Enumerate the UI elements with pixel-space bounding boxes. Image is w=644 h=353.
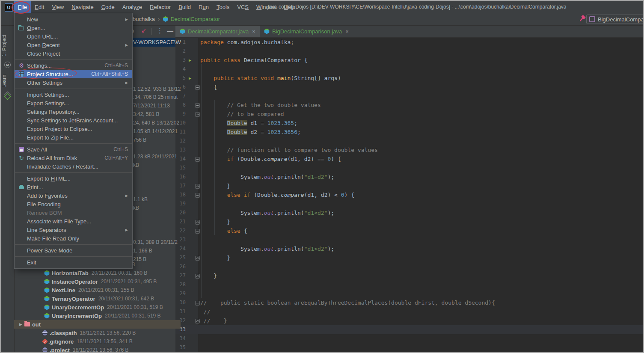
menu-item-project-structure[interactable]: Project Structure...Ctrl+Alt+Shift+S [15, 70, 132, 78]
code-line-22[interactable]: 22 else { [175, 226, 643, 235]
menu-item-open-url[interactable]: Open URL... [15, 32, 132, 41]
code-line-12[interactable]: 12 [175, 136, 643, 145]
menu-item-power-save-mode[interactable]: Power Save Mode [15, 246, 132, 255]
code-line-32[interactable]: 32 // } [175, 316, 643, 325]
expand-arrow-icon[interactable]: ▶ [19, 322, 22, 326]
menu-item-invalidate-caches-restart[interactable]: Invalidate Caches / Restart... [15, 162, 132, 171]
code-line-30[interactable]: 30// public static boolean areEqualByThr… [175, 298, 643, 307]
menu-item-sync-settings-to-jetbrains-account[interactable]: Sync Settings to JetBrains Account... [15, 116, 132, 125]
menu-item-export-to-html[interactable]: Export to HTML... [15, 174, 132, 183]
menu-item-export-project-to-eclipse[interactable]: Export Project to Eclipse... [15, 125, 132, 133]
menu-item-settings-repository[interactable]: Settings Repository... [15, 107, 132, 116]
code-line-19[interactable]: 19 [175, 199, 643, 208]
menu-item-settings[interactable]: ⚙Settings...Ctrl+Alt+S [15, 61, 132, 70]
tab-close-icon[interactable]: × [345, 28, 349, 35]
tree-item-unaryincrementop[interactable]: UnaryIncrementOp20/11/2021 00:31, 519 B [14, 311, 205, 320]
breadcrumb-class[interactable]: DecimalComparator [170, 16, 220, 22]
menu-item-export-to-zip-file[interactable]: Export to Zip File... [15, 133, 132, 142]
code-line-8[interactable]: 8 // Get the two double values [175, 101, 643, 110]
menubar-item-refactor[interactable]: Refactor [146, 1, 175, 13]
menubar-item-file[interactable]: File [14, 1, 31, 13]
menu-item-open-recent[interactable]: Open Recent▶ [15, 41, 132, 49]
menu-item-make-file-read-only[interactable]: Make File Read-Only [15, 234, 132, 243]
menubar-item-code[interactable]: Code [98, 1, 119, 13]
code-line-11[interactable]: 11 Double d2 = 1023.3656; [175, 128, 643, 136]
menu-item-associate-with-file-type[interactable]: Associate with File Type... [15, 217, 132, 225]
fold-close-icon[interactable] [195, 112, 200, 117]
menu-item-close-project[interactable]: Close Project [15, 49, 132, 58]
tool-tab-learn[interactable]: Learn [1, 72, 14, 91]
menu-item-print[interactable]: Print... [15, 183, 132, 191]
more-options-icon[interactable]: ⋮ [157, 27, 163, 35]
code-line-17[interactable]: 17 } [175, 181, 643, 190]
code-line-5[interactable]: 5▶ public static void main(String[] args… [175, 74, 643, 83]
tool-tab-project[interactable]: 1: Project [1, 32, 14, 60]
menubar-item-edit[interactable]: Edit [31, 1, 48, 13]
code-line-20[interactable]: 20 System.out.println("d1<d2"); [175, 208, 643, 217]
maven-icon[interactable]: M [4, 62, 11, 68]
menu-item-other-settings[interactable]: Other Settings▶ [15, 78, 132, 87]
menu-item-file-encoding[interactable]: File Encoding [15, 200, 132, 208]
code-line-23[interactable]: 23 [175, 235, 643, 244]
editor-tab-decimalcomparator-java[interactable]: DecimalComparator.java× [175, 25, 260, 37]
code-line-35[interactable]: 35 [175, 343, 643, 352]
code-line-15[interactable]: 15 [175, 163, 643, 172]
menubar-item-navigate[interactable]: Navigate [68, 1, 97, 13]
menubar-item-build[interactable]: Build [175, 1, 195, 13]
fold-open-icon[interactable] [195, 157, 200, 162]
code-line-7[interactable]: 7 [175, 92, 643, 101]
menu-item-line-separators[interactable]: Line Separators▶ [15, 225, 132, 234]
tree-item-gitignore[interactable]: .gitignore18/11/2021 13:56, 341 B [14, 337, 204, 346]
fold-close-icon[interactable] [195, 184, 200, 189]
editor-tab-bigdecimalcomparison-java[interactable]: BigDecimalComparison.java× [260, 25, 353, 37]
menubar-item-vcs[interactable]: VCS [233, 1, 252, 13]
code-line-3[interactable]: 3▶public class DecimalComparator { [175, 56, 643, 65]
code-line-6[interactable]: 6 { [175, 83, 643, 92]
menu-item-open[interactable]: Open... [15, 24, 132, 32]
tree-item-out[interactable]: ▶out [14, 320, 181, 329]
tree-item-classpath[interactable]: .classpath18/11/2021 13:56, 220 B [14, 329, 204, 337]
fold-open-icon[interactable] [195, 85, 200, 90]
code-line-2[interactable]: 2 [175, 47, 643, 56]
code-line-27[interactable]: 27 } [175, 271, 643, 280]
tree-item-nextline[interactable]: NextLine20/11/2021 00:31, 155 B [14, 286, 205, 294]
fold-open-icon[interactable] [195, 193, 200, 198]
breadcrumb-package[interactable]: buchalka [133, 16, 155, 22]
fold-close-icon[interactable] [195, 220, 200, 225]
menu-item-exit[interactable]: Exit [15, 258, 132, 267]
menubar-item-tools[interactable]: Tools [213, 1, 233, 13]
hide-panel-icon[interactable]: — [167, 27, 173, 34]
tab-close-icon[interactable]: × [252, 28, 255, 35]
code-line-9[interactable]: 9 // to be compared [175, 110, 643, 119]
tree-item-horizontaltab[interactable]: HorizontalTab20/11/2021 00:31, 160 B [14, 269, 205, 277]
menu-item-import-settings[interactable]: Import Settings... [15, 90, 132, 99]
menu-item-export-settings[interactable]: Export Settings... [15, 99, 132, 107]
code-line-26[interactable]: 26 [175, 262, 643, 271]
code-line-24[interactable]: 24 System.out.println("d1>d2"); [175, 244, 643, 253]
run-configuration-select[interactable]: BigDecimalCompa [586, 15, 644, 24]
run-gutter-icon[interactable]: ▶ [189, 56, 191, 65]
code-line-31[interactable]: 31 // [175, 307, 643, 316]
tree-item-ternaryoperator[interactable]: TernaryOperator20/11/2021 00:31, 642 B [14, 294, 205, 303]
fold-open-icon[interactable] [195, 229, 200, 234]
code-line-16[interactable]: 16 System.out.println("d1=d2"); [175, 172, 643, 181]
menubar-item-run[interactable]: Run [195, 1, 213, 13]
menubar-item-analyze[interactable]: Analyze [119, 1, 146, 13]
build-hammer-icon[interactable] [579, 15, 586, 23]
code-line-14[interactable]: 14 if (Double.compare(d1, d2) == 0) { [175, 154, 643, 163]
tree-item-instanceoperator[interactable]: InstanceOperator20/11/2021 00:31, 495 B [14, 277, 205, 286]
menu-item-add-to-favorites[interactable]: Add to Favorites▶ [15, 191, 132, 200]
tree-item-project[interactable]: .project18/11/2021 13:56, 376 B [14, 346, 204, 353]
code-line-21[interactable]: 21 } [175, 217, 643, 226]
menubar-item-view[interactable]: View [48, 1, 68, 13]
menu-item-new[interactable]: New▶ [15, 15, 132, 24]
code-line-18[interactable]: 18 else if (Double.compare(d1, d2) < 0) … [175, 190, 643, 199]
tree-item-unarydecrementop[interactable]: UnaryDecrementOp20/11/2021 00:31, 519 B [14, 303, 205, 311]
collapse-all-icon[interactable]: ↙ [141, 27, 146, 34]
code-line-33[interactable]: 33 [175, 325, 643, 334]
code-line-1[interactable]: 1package com.adojos.buchalka; [175, 38, 643, 47]
code-line-13[interactable]: 13 // function call to compare two doubl… [175, 145, 643, 154]
code-line-34[interactable]: 34 [175, 334, 643, 343]
code-line-28[interactable]: 28 [175, 280, 643, 289]
code-line-25[interactable]: 25 } [175, 253, 643, 262]
